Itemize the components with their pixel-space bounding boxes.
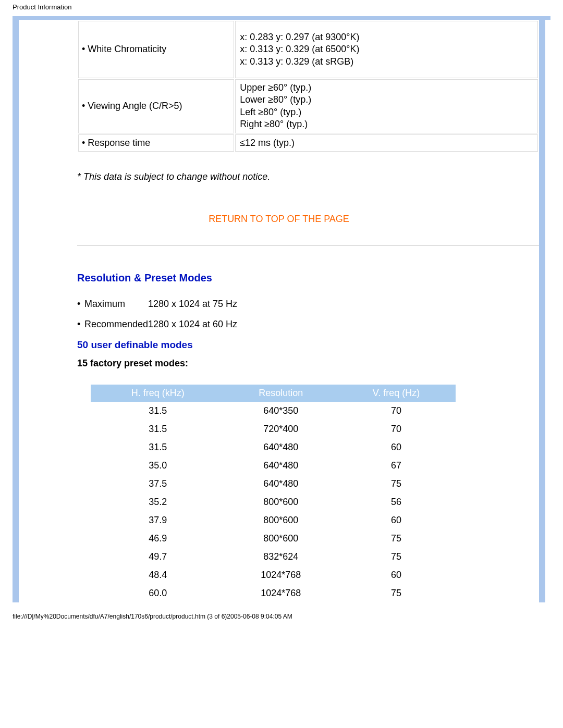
modes-cell: 1024*768 [225, 566, 337, 584]
table-row: 37.5640*48075 [91, 475, 456, 493]
modes-cell: 31.5 [91, 402, 225, 420]
table-row: 48.41024*76860 [91, 566, 456, 584]
modes-cell: 75 [337, 584, 456, 602]
modes-cell: 60.0 [91, 584, 225, 602]
modes-header: Resolution [225, 385, 337, 402]
change-notice: * This data is subject to change without… [77, 171, 539, 182]
modes-cell: 35.2 [91, 493, 225, 511]
modes-cell: 75 [337, 548, 456, 566]
modes-cell: 35.0 [91, 456, 225, 475]
modes-cell: 70 [337, 420, 456, 438]
modes-header: V. freq (Hz) [337, 385, 456, 402]
spec-label: • Viewing Angle (C/R>5) [78, 79, 234, 133]
resolution-item: •Maximum1280 x 1024 at 75 Hz [77, 299, 539, 310]
spec-label: • Response time [78, 134, 234, 152]
factory-modes-heading: 15 factory preset modes: [77, 358, 539, 369]
table-row: 31.5640*35070 [91, 402, 456, 420]
table-row: 35.0640*48067 [91, 456, 456, 475]
modes-cell: 800*600 [225, 493, 337, 511]
resolution-value: 1280 x 1024 at 75 Hz [148, 299, 237, 310]
modes-cell: 60 [337, 511, 456, 529]
modes-cell: 75 [337, 475, 456, 493]
modes-cell: 60 [337, 438, 456, 456]
spec-value: x: 0.283 y: 0.297 (at 9300°K) x: 0.313 y… [235, 21, 538, 78]
modes-cell: 31.5 [91, 438, 225, 456]
modes-cell: 800*600 [225, 511, 337, 529]
modes-cell: 46.9 [91, 529, 225, 548]
modes-cell: 37.9 [91, 511, 225, 529]
modes-cell: 832*624 [225, 548, 337, 566]
page-header: Product Information [0, 0, 563, 16]
modes-cell: 37.5 [91, 475, 225, 493]
resolution-item: •Recommended1280 x 1024 at 60 Hz [77, 319, 539, 330]
modes-cell: 67 [337, 456, 456, 475]
modes-cell: 640*350 [225, 402, 337, 420]
spec-label: • White Chromaticity [78, 21, 234, 78]
table-row: 35.2800*60056 [91, 493, 456, 511]
modes-cell: 70 [337, 402, 456, 420]
modes-cell: 75 [337, 529, 456, 548]
modes-cell: 1024*768 [225, 584, 337, 602]
table-row: 60.01024*76875 [91, 584, 456, 602]
modes-cell: 31.5 [91, 420, 225, 438]
table-row: 46.9800*60075 [91, 529, 456, 548]
modes-cell: 49.7 [91, 548, 225, 566]
modes-cell: 640*480 [225, 475, 337, 493]
modes-cell: 800*600 [225, 529, 337, 548]
resolution-list: •Maximum1280 x 1024 at 75 Hz•Recommended… [77, 299, 539, 330]
modes-cell: 48.4 [91, 566, 225, 584]
bullet: • [77, 319, 84, 330]
modes-cell: 640*480 [225, 438, 337, 456]
modes-cell: 640*480 [225, 456, 337, 475]
modes-header: H. freq (kHz) [91, 385, 225, 402]
right-border [539, 20, 545, 602]
table-row: 49.7832*62475 [91, 548, 456, 566]
spec-value: Upper ≥60° (typ.) Lower ≥80° (typ.) Left… [235, 79, 538, 133]
table-row: 31.5640*48060 [91, 438, 456, 456]
spec-value: ≤12 ms (typ.) [235, 134, 538, 152]
table-row: 37.9800*60060 [91, 511, 456, 529]
user-modes-heading: 50 user definable modes [77, 339, 539, 351]
table-row: 31.5720*40070 [91, 420, 456, 438]
modes-cell: 60 [337, 566, 456, 584]
left-border [13, 20, 19, 602]
resolution-key: Maximum [84, 299, 148, 310]
modes-cell: 56 [337, 493, 456, 511]
divider [77, 245, 539, 246]
modes-cell: 720*400 [225, 420, 337, 438]
bullet: • [77, 299, 84, 310]
return-to-top-link[interactable]: RETURN TO TOP OF THE PAGE [19, 214, 539, 225]
spec-table: • White Chromaticityx: 0.283 y: 0.297 (a… [77, 20, 539, 153]
modes-table: H. freq (kHz)ResolutionV. freq (Hz) 31.5… [91, 385, 456, 602]
footer-path: file:///D|/My%20Documents/dfu/A7/english… [0, 602, 563, 624]
resolution-value: 1280 x 1024 at 60 Hz [148, 319, 237, 330]
right-filler [545, 20, 550, 602]
content-frame: • White Chromaticityx: 0.283 y: 0.297 (a… [13, 16, 550, 602]
resolution-key: Recommended [84, 319, 148, 330]
resolution-heading: Resolution & Preset Modes [77, 272, 539, 284]
